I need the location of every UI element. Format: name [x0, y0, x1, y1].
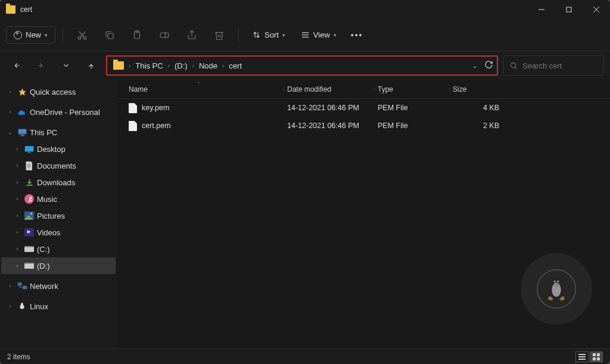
toolbar: New ▾ Sort ▾ View ▾ ••• [0, 19, 610, 51]
pc-icon [17, 128, 27, 136]
file-date: 14-12-2021 06:46 PM [284, 104, 374, 112]
rename-button[interactable] [152, 24, 176, 46]
status-bar: 2 items [0, 349, 610, 364]
file-name: key.pem [142, 104, 169, 112]
view-icon [301, 30, 310, 39]
network-icon [17, 282, 27, 291]
column-type[interactable]: Type [374, 85, 449, 94]
chevron-down-icon: ▾ [282, 32, 285, 38]
file-size: 4 KB [449, 104, 509, 112]
sidebar-item-pictures[interactable]: ›Pictures [1, 207, 116, 224]
folder-icon [6, 5, 15, 14]
sidebar-item-documents[interactable]: ›Documents [1, 157, 116, 174]
column-date[interactable]: Date modified [284, 85, 374, 94]
chevron-right-icon: › [168, 63, 170, 69]
sidebar-item-this-pc[interactable]: ⌄ This PC [1, 124, 116, 141]
search-box[interactable]: Search cert [503, 55, 604, 76]
sidebar-item-onedrive[interactable]: › OneDrive - Personal [1, 104, 116, 120]
file-row[interactable]: key.pem 14-12-2021 06:46 PM PEM File 4 K… [117, 99, 610, 117]
file-type: PEM File [374, 122, 449, 130]
folder-icon [113, 61, 124, 70]
sidebar-item-desktop[interactable]: ›Desktop [1, 141, 116, 157]
chevron-down-icon[interactable]: ⌄ [468, 60, 482, 71]
svg-rect-1 [567, 7, 571, 12]
linux-icon [18, 302, 26, 310]
view-button[interactable]: View ▾ [295, 27, 343, 43]
download-icon [25, 178, 34, 187]
sidebar-item-downloads[interactable]: ›Downloads [1, 174, 116, 191]
delete-button[interactable] [207, 24, 231, 46]
file-date: 14-12-2021 06:46 PM [284, 122, 374, 130]
desktop-icon [24, 145, 34, 153]
column-name[interactable]: Name⌃ [125, 85, 284, 94]
chevron-right-icon: › [129, 63, 130, 69]
star-icon [18, 88, 27, 97]
sidebar: › Quick access › OneDrive - Personal ⌄ T… [0, 80, 117, 349]
chevron-right-icon[interactable]: › [6, 89, 14, 95]
copy-button[interactable] [98, 24, 122, 46]
svg-rect-30 [27, 152, 30, 153]
details-view-button[interactable] [575, 351, 589, 362]
chevron-right-icon[interactable]: › [6, 109, 14, 115]
svg-rect-46 [597, 357, 600, 360]
new-button[interactable]: New ▾ [6, 26, 55, 43]
separator [238, 28, 239, 42]
address-bar[interactable]: › This PC › (D:) › Node › cert ⌄ [106, 55, 498, 76]
more-button[interactable]: ••• [346, 30, 368, 40]
thumbnails-view-button[interactable] [590, 351, 603, 362]
svg-marker-24 [18, 88, 26, 95]
sort-arrow-icon: ⌃ [197, 81, 201, 86]
file-type: PEM File [374, 104, 449, 112]
drive-icon [24, 263, 34, 269]
sidebar-item-quick-access[interactable]: › Quick access [1, 83, 116, 100]
breadcrumb-item[interactable]: Node [199, 61, 217, 70]
recent-dropdown-icon[interactable] [56, 55, 76, 76]
up-button[interactable] [81, 55, 101, 76]
svg-rect-40 [578, 354, 586, 355]
svg-point-38 [553, 281, 556, 283]
sort-icon [252, 30, 261, 39]
separator [63, 28, 63, 42]
sort-label: Sort [264, 30, 279, 39]
column-headers: Name⌃ Date modified Type Size [117, 80, 610, 99]
svg-rect-28 [20, 136, 24, 136]
breadcrumb-item[interactable]: cert [229, 61, 242, 70]
window-controls [528, 0, 610, 19]
titlebar: cert [0, 0, 610, 19]
share-button[interactable] [180, 24, 204, 46]
svg-line-23 [515, 67, 517, 69]
sidebar-item-drive-c[interactable]: ›(C:) [1, 241, 116, 257]
item-count: 2 items [7, 353, 30, 361]
forward-button[interactable] [31, 55, 51, 76]
back-button[interactable] [6, 55, 26, 76]
new-label: New [26, 30, 41, 39]
view-label: View [313, 30, 330, 39]
svg-rect-34 [17, 282, 21, 286]
file-icon [129, 121, 137, 131]
sidebar-item-videos[interactable]: ›Videos [1, 224, 116, 241]
cut-button[interactable] [70, 24, 94, 46]
svg-rect-26 [18, 129, 26, 133]
breadcrumb-item[interactable]: This PC [135, 61, 163, 70]
sidebar-item-drive-d[interactable]: ›(D:) [1, 257, 116, 274]
close-button[interactable] [583, 0, 610, 19]
maximize-button[interactable] [555, 0, 583, 19]
paste-button[interactable] [125, 24, 149, 46]
search-placeholder: Search cert [522, 61, 562, 70]
breadcrumb-item[interactable]: (D:) [175, 61, 188, 70]
svg-rect-8 [108, 33, 113, 39]
sidebar-item-network[interactable]: › Network [1, 278, 116, 294]
refresh-button[interactable] [484, 60, 493, 71]
chevron-down-icon[interactable]: ⌄ [6, 129, 14, 135]
svg-point-22 [511, 63, 515, 67]
sort-button[interactable]: Sort ▾ [246, 27, 291, 43]
column-size[interactable]: Size [449, 85, 509, 94]
explorer-window: cert New ▾ Sort ▾ View ▾ ••• [0, 0, 610, 364]
chevron-right-icon: › [192, 63, 194, 69]
minimize-button[interactable] [528, 0, 555, 19]
sidebar-item-music[interactable]: ›Music [1, 191, 116, 207]
file-row[interactable]: cert.pem 14-12-2021 06:46 PM PEM File 2 … [117, 117, 610, 135]
svg-rect-11 [160, 33, 169, 38]
chevron-right-icon: › [222, 63, 224, 69]
sidebar-item-linux[interactable]: › Linux [1, 298, 116, 315]
